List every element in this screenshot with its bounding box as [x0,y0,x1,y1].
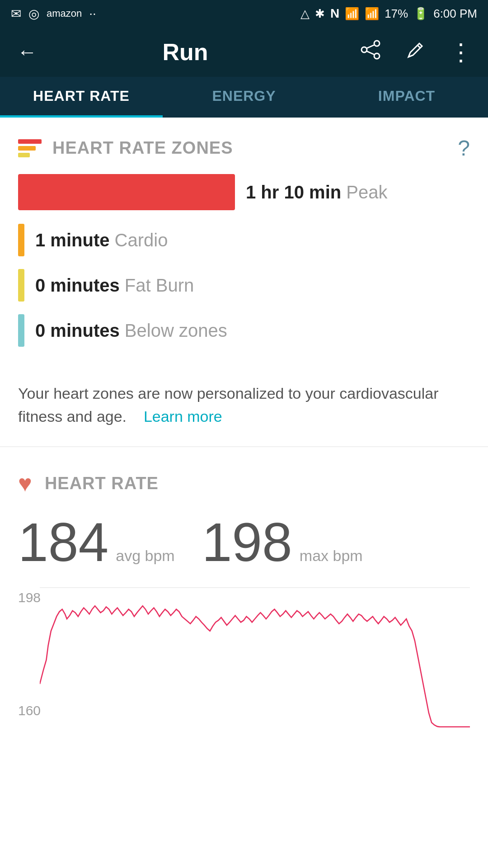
battery-percent: 17% [385,7,408,21]
svg-point-0 [374,41,380,46]
avg-bpm-label: avg bpm [116,547,174,565]
below-label: 0 minutes Below zones [35,321,227,341]
amazon-icon: amazon [47,8,82,19]
chart-svg-wrapper [40,583,470,727]
status-bar: ✉ ◎ amazon ·· △ ✱ N 📶 📶 17% 🔋 6:00 PM [0,0,488,27]
cardio-zone-row: 1 minute Cardio [18,224,470,256]
svg-point-2 [374,53,380,59]
heart-rate-chart: 198 160 [0,583,488,727]
status-left: ✉ ◎ amazon ·· [11,6,96,21]
edit-button[interactable] [402,40,429,64]
below-zone-row: 0 minutes Below zones [18,314,470,347]
svg-line-3 [366,45,375,48]
peak-bar [18,174,235,210]
tab-heart-rate[interactable]: HEART RATE [0,77,163,118]
avg-bpm-value: 184 [18,515,108,569]
section-divider [0,446,488,447]
time-display: 6:00 PM [433,7,477,21]
learn-more-link[interactable]: Learn more [144,408,222,425]
message-icon: ✉ [11,6,21,21]
signal-icon: 📶 [365,7,379,21]
peak-label: 1 hr 10 min Peak [246,182,388,203]
content-area: HEART RATE ZONES ? 1 hr 10 min Peak 1 mi… [0,118,488,727]
hr-section-header: ♥ HEART RATE [0,452,488,506]
zones-container: 1 hr 10 min Peak 1 minute Cardio 0 minut… [0,170,488,373]
help-icon[interactable]: ? [458,136,470,160]
cardio-stripe [18,224,24,256]
heart-rate-svg [40,583,470,727]
svg-line-4 [366,51,375,55]
status-right: △ ✱ N 📶 📶 17% 🔋 6:00 PM [300,6,477,21]
dots-icon: ·· [89,6,96,21]
chart-y-top-label: 198 [18,590,41,605]
below-stripe [18,314,24,347]
fatburn-label: 0 minutes Fat Burn [35,275,194,296]
tab-impact[interactable]: IMPACT [325,77,488,118]
bluetooth-icon: ✱ [315,7,325,21]
info-text-block: Your heart zones are now personalized to… [0,373,488,446]
zones-icon [18,138,42,158]
clock-icon: ◎ [28,6,39,21]
more-button[interactable]: ⋮ [447,38,474,66]
zones-section-header: HEART RATE ZONES ? [0,118,488,170]
battery-icon: 🔋 [413,7,428,21]
tab-bar: HEART RATE ENERGY IMPACT [0,77,488,118]
max-bpm-group: 198 max bpm [202,515,363,569]
share-button[interactable] [357,40,384,64]
chart-y-bottom-label: 160 [18,703,41,718]
fatburn-stripe [18,269,24,302]
hr-section-title: HEART RATE [45,474,159,493]
fatburn-zone-row: 0 minutes Fat Burn [18,269,470,302]
n-icon: N [330,6,339,21]
wifi-icon: 📶 [345,7,359,21]
back-button[interactable]: ← [14,41,41,63]
svg-point-1 [361,47,367,52]
heart-icon: ♥ [18,470,32,497]
network-triangle-icon: △ [300,7,310,21]
zones-title: HEART RATE ZONES [52,138,447,158]
bpm-stats: 184 avg bpm 198 max bpm [0,506,488,583]
page-title: Run [54,38,316,66]
svg-line-5 [418,45,420,48]
avg-bpm-group: 184 avg bpm [18,515,175,569]
max-bpm-value: 198 [202,515,292,569]
cardio-label: 1 minute Cardio [35,230,168,250]
peak-zone-row: 1 hr 10 min Peak [18,174,470,210]
tab-energy[interactable]: ENERGY [163,77,325,118]
max-bpm-label: max bpm [300,547,363,565]
nav-actions: ⋮ [357,38,474,66]
top-nav: ← Run ⋮ [0,27,488,77]
